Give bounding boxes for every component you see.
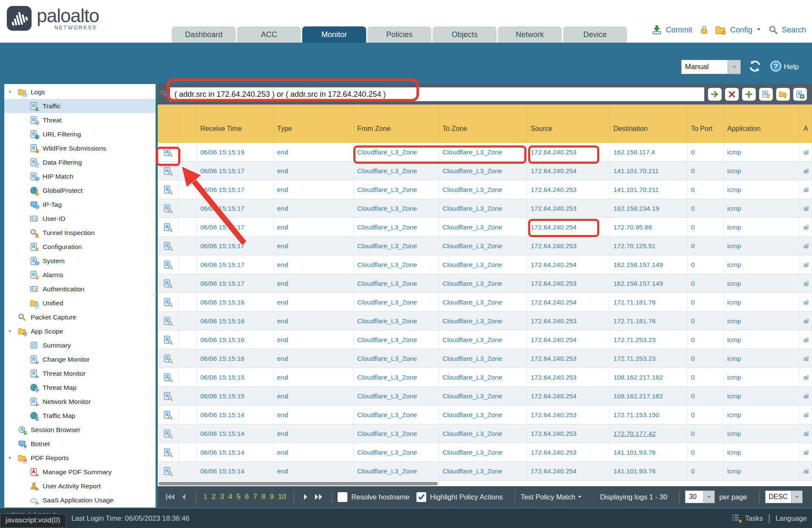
refresh-icon[interactable]	[748, 60, 761, 74]
sidebar-item-manage-pdf-summary[interactable]: Manage PDF Summary	[4, 465, 156, 479]
sidebar-item-hip-match[interactable]: HIP Match	[4, 169, 156, 183]
config-icon[interactable]	[715, 25, 726, 35]
horizontal-scrollbar[interactable]	[158, 481, 812, 486]
tab-acc[interactable]: ACC	[237, 26, 301, 43]
add-filter-button[interactable]	[742, 88, 756, 101]
sidebar-item-threat-monitor[interactable]: Threat Monitor	[4, 366, 156, 380]
search-icon[interactable]	[769, 25, 778, 35]
sidebar-item-configuration[interactable]: Configuration	[4, 240, 156, 254]
sidebar-item-unified[interactable]: Unified	[4, 296, 156, 310]
per-page-caret-icon[interactable]	[703, 491, 714, 503]
column-header-type[interactable]: Type	[274, 104, 354, 143]
sidebar-item-saas-application-usage[interactable]: SaaS Application Usage	[4, 493, 156, 507]
sidebar-item-app-scope[interactable]: ▼App Scope	[4, 324, 156, 338]
filter-input[interactable]	[170, 87, 705, 102]
first-page-button[interactable]	[165, 493, 176, 501]
sidebar-item-user-activity-report[interactable]: User Activity Report	[4, 479, 156, 493]
sort-order-select[interactable]: DESC	[765, 490, 803, 503]
resolve-hostname-checkbox[interactable]	[338, 492, 347, 502]
tab-dashboard[interactable]: Dashboard	[172, 26, 236, 43]
tasks-icon[interactable]	[731, 513, 743, 523]
page-5[interactable]: 5	[237, 493, 240, 501]
sidebar-item-traffic-map[interactable]: Traffic Map	[4, 409, 156, 423]
sidebar-item-data-filtering[interactable]: Data Filtering	[4, 155, 156, 169]
test-policy-match-button[interactable]: Test Policy Match	[520, 493, 575, 501]
tasks-button[interactable]: Tasks	[745, 514, 763, 522]
log-detail-icon[interactable]	[163, 167, 173, 175]
log-detail-icon[interactable]	[163, 148, 173, 157]
help-icon[interactable]	[770, 60, 782, 74]
table-row[interactable]: 06/06 15:15:15endCloudflare_L3_ZoneCloud…	[158, 387, 812, 406]
log-detail-icon[interactable]	[163, 411, 173, 419]
column-header-blank-1[interactable]	[179, 104, 197, 143]
scrollbar-thumb[interactable]	[159, 482, 438, 485]
column-header-from-zone[interactable]: From Zone	[354, 104, 439, 143]
sidebar-item-threat-map[interactable]: Threat Map	[4, 380, 156, 395]
help-label[interactable]: Help	[784, 63, 799, 71]
sidebar-item-wildfire-submissions[interactable]: WildFire Submissions	[4, 141, 156, 155]
tab-policies[interactable]: Policies	[367, 26, 431, 43]
tab-monitor[interactable]: Monitor	[302, 26, 366, 43]
column-header-to-port[interactable]: To Port	[688, 104, 724, 143]
log-detail-icon[interactable]	[163, 204, 173, 213]
expander-icon[interactable]: ▼	[8, 329, 18, 334]
sidebar-item-session-browser[interactable]: Session Browser	[4, 423, 156, 437]
log-detail-icon[interactable]	[163, 392, 173, 400]
page-10[interactable]: 10	[278, 493, 286, 501]
config-caret-icon[interactable]	[756, 26, 761, 34]
page-7[interactable]: 7	[253, 493, 257, 501]
sidebar-item-change-monitor[interactable]: Change Monitor	[4, 352, 156, 366]
page-4[interactable]: 4	[228, 493, 232, 501]
clear-filter-button[interactable]	[725, 88, 739, 101]
next-page-button[interactable]	[301, 493, 310, 501]
sidebar-item-alarms[interactable]: Alarms	[4, 268, 156, 282]
sidebar-item-summary[interactable]: Summary	[4, 338, 156, 352]
table-row[interactable]: 06/06 15:15:17endCloudflare_L3_ZoneCloud…	[158, 199, 812, 218]
log-detail-icon[interactable]	[163, 317, 173, 325]
sidebar-item-botnet[interactable]: Botnet	[4, 437, 156, 451]
table-row[interactable]: 06/06 15:15:16endCloudflare_L3_ZoneCloud…	[158, 312, 812, 331]
expander-icon[interactable]: ▼	[8, 455, 18, 460]
prev-page-button[interactable]	[179, 493, 188, 501]
table-row[interactable]: 06/06 15:15:14endCloudflare_L3_ZoneCloud…	[158, 443, 812, 462]
table-row[interactable]: 06/06 15:15:16endCloudflare_L3_ZoneCloud…	[158, 331, 812, 349]
page-1[interactable]: 1	[203, 493, 207, 501]
sidebar-item-packet-capture[interactable]: Packet Capture	[4, 310, 156, 324]
sidebar-item-ip-tag[interactable]: IP-Tag	[4, 197, 156, 212]
sidebar-collapse-handle[interactable]: ◂	[153, 290, 156, 298]
column-header-source[interactable]: Source	[527, 104, 610, 143]
table-row[interactable]: 06/06 15:15:14endCloudflare_L3_ZoneCloud…	[158, 424, 812, 443]
page-3[interactable]: 3	[220, 493, 224, 501]
sidebar-item-system[interactable]: System	[4, 254, 156, 268]
load-filter-button[interactable]	[776, 88, 790, 101]
log-detail-icon[interactable]	[163, 467, 173, 476]
table-row[interactable]: 06/06 15:15:14endCloudflare_L3_ZoneCloud…	[158, 406, 812, 424]
refresh-interval-caret-icon[interactable]	[728, 60, 740, 74]
log-detail-icon[interactable]	[163, 373, 173, 382]
log-detail-icon[interactable]	[163, 186, 173, 194]
lock-icon[interactable]	[699, 25, 709, 35]
column-header-a[interactable]: A	[800, 104, 812, 143]
table-row[interactable]: 06/06 15:15:17endCloudflare_L3_ZoneCloud…	[158, 237, 812, 255]
table-row[interactable]: 06/06 15:15:14endCloudflare_L3_ZoneCloud…	[158, 462, 812, 481]
table-row[interactable]: 06/06 15:15:17endCloudflare_L3_ZoneCloud…	[158, 180, 812, 199]
column-header-to-zone[interactable]: To Zone	[439, 104, 527, 143]
log-detail-icon[interactable]	[163, 448, 173, 457]
page-6[interactable]: 6	[245, 493, 249, 501]
log-detail-icon[interactable]	[163, 242, 173, 250]
column-header-application[interactable]: Application	[724, 104, 800, 143]
log-detail-icon[interactable]	[163, 336, 173, 344]
table-row[interactable]: 06/06 15:15:15endCloudflare_L3_ZoneCloud…	[158, 368, 812, 387]
page-9[interactable]: 9	[270, 493, 274, 501]
language-button[interactable]: Language	[776, 514, 807, 522]
export-csv-button[interactable]	[793, 88, 807, 101]
log-detail-icon[interactable]	[163, 354, 173, 363]
table-row[interactable]: 06/06 15:15:17endCloudflare_L3_ZoneCloud…	[158, 255, 812, 274]
tab-network[interactable]: Network	[498, 26, 562, 43]
sidebar-item-url-filtering[interactable]: URL Filtering	[4, 127, 156, 141]
column-header-blank-0[interactable]	[158, 104, 179, 143]
table-row[interactable]: 06/06 15:15:19endCloudflare_L3_ZoneCloud…	[158, 143, 812, 162]
apply-filter-button[interactable]	[708, 88, 722, 101]
log-detail-icon[interactable]	[163, 298, 173, 307]
column-header-receive-time[interactable]: Receive Time	[197, 104, 274, 143]
